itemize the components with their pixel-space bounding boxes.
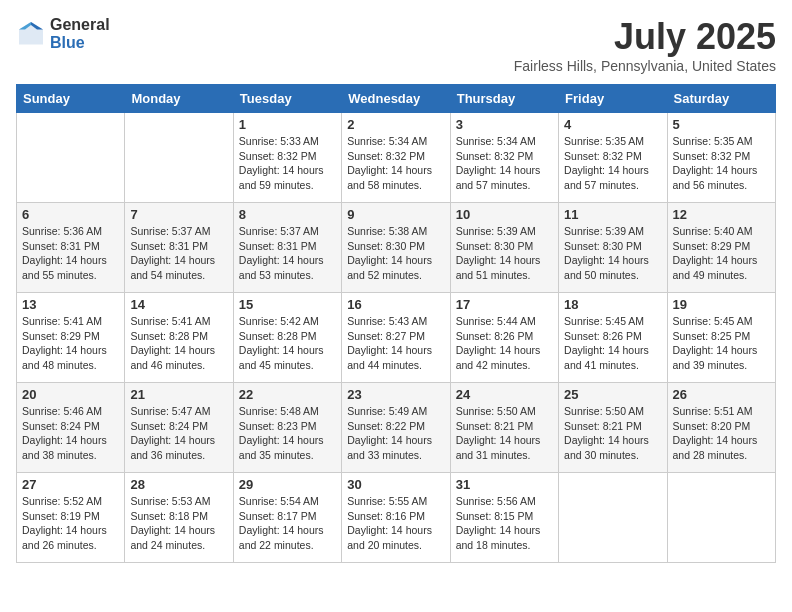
calendar-cell: 12Sunrise: 5:40 AMSunset: 8:29 PMDayligh… xyxy=(667,203,775,293)
day-info: Sunrise: 5:37 AMSunset: 8:31 PMDaylight:… xyxy=(130,224,227,283)
calendar-cell: 4Sunrise: 5:35 AMSunset: 8:32 PMDaylight… xyxy=(559,113,667,203)
day-info: Sunrise: 5:35 AMSunset: 8:32 PMDaylight:… xyxy=(564,134,661,193)
day-number: 5 xyxy=(673,117,770,132)
calendar-cell xyxy=(17,113,125,203)
calendar-cell: 28Sunrise: 5:53 AMSunset: 8:18 PMDayligh… xyxy=(125,473,233,563)
calendar-cell: 7Sunrise: 5:37 AMSunset: 8:31 PMDaylight… xyxy=(125,203,233,293)
calendar-cell: 21Sunrise: 5:47 AMSunset: 8:24 PMDayligh… xyxy=(125,383,233,473)
calendar-cell: 1Sunrise: 5:33 AMSunset: 8:32 PMDaylight… xyxy=(233,113,341,203)
calendar-cell: 20Sunrise: 5:46 AMSunset: 8:24 PMDayligh… xyxy=(17,383,125,473)
weekday-header: Saturday xyxy=(667,85,775,113)
day-number: 2 xyxy=(347,117,444,132)
day-info: Sunrise: 5:38 AMSunset: 8:30 PMDaylight:… xyxy=(347,224,444,283)
day-info: Sunrise: 5:50 AMSunset: 8:21 PMDaylight:… xyxy=(564,404,661,463)
calendar-cell: 17Sunrise: 5:44 AMSunset: 8:26 PMDayligh… xyxy=(450,293,558,383)
day-info: Sunrise: 5:49 AMSunset: 8:22 PMDaylight:… xyxy=(347,404,444,463)
calendar-cell: 10Sunrise: 5:39 AMSunset: 8:30 PMDayligh… xyxy=(450,203,558,293)
day-info: Sunrise: 5:47 AMSunset: 8:24 PMDaylight:… xyxy=(130,404,227,463)
day-number: 26 xyxy=(673,387,770,402)
calendar-cell: 14Sunrise: 5:41 AMSunset: 8:28 PMDayligh… xyxy=(125,293,233,383)
calendar-cell: 19Sunrise: 5:45 AMSunset: 8:25 PMDayligh… xyxy=(667,293,775,383)
day-info: Sunrise: 5:36 AMSunset: 8:31 PMDaylight:… xyxy=(22,224,119,283)
calendar-cell xyxy=(125,113,233,203)
logo-icon xyxy=(16,19,46,49)
day-number: 24 xyxy=(456,387,553,402)
calendar-cell: 9Sunrise: 5:38 AMSunset: 8:30 PMDaylight… xyxy=(342,203,450,293)
logo-general: General xyxy=(50,16,110,34)
day-number: 10 xyxy=(456,207,553,222)
day-number: 3 xyxy=(456,117,553,132)
calendar-cell: 23Sunrise: 5:49 AMSunset: 8:22 PMDayligh… xyxy=(342,383,450,473)
day-number: 31 xyxy=(456,477,553,492)
day-info: Sunrise: 5:39 AMSunset: 8:30 PMDaylight:… xyxy=(564,224,661,283)
day-number: 30 xyxy=(347,477,444,492)
logo-blue: Blue xyxy=(50,34,110,52)
day-info: Sunrise: 5:43 AMSunset: 8:27 PMDaylight:… xyxy=(347,314,444,373)
svg-marker-0 xyxy=(19,22,43,45)
day-number: 9 xyxy=(347,207,444,222)
calendar-cell: 18Sunrise: 5:45 AMSunset: 8:26 PMDayligh… xyxy=(559,293,667,383)
day-info: Sunrise: 5:35 AMSunset: 8:32 PMDaylight:… xyxy=(673,134,770,193)
day-info: Sunrise: 5:44 AMSunset: 8:26 PMDaylight:… xyxy=(456,314,553,373)
day-info: Sunrise: 5:41 AMSunset: 8:28 PMDaylight:… xyxy=(130,314,227,373)
title-block: July 2025 Fairless Hills, Pennsylvania, … xyxy=(514,16,776,74)
day-number: 25 xyxy=(564,387,661,402)
day-number: 13 xyxy=(22,297,119,312)
day-number: 15 xyxy=(239,297,336,312)
calendar-cell: 8Sunrise: 5:37 AMSunset: 8:31 PMDaylight… xyxy=(233,203,341,293)
calendar-cell: 29Sunrise: 5:54 AMSunset: 8:17 PMDayligh… xyxy=(233,473,341,563)
calendar-cell: 26Sunrise: 5:51 AMSunset: 8:20 PMDayligh… xyxy=(667,383,775,473)
day-info: Sunrise: 5:56 AMSunset: 8:15 PMDaylight:… xyxy=(456,494,553,553)
day-info: Sunrise: 5:33 AMSunset: 8:32 PMDaylight:… xyxy=(239,134,336,193)
weekday-header: Wednesday xyxy=(342,85,450,113)
calendar-cell: 31Sunrise: 5:56 AMSunset: 8:15 PMDayligh… xyxy=(450,473,558,563)
logo-text: General Blue xyxy=(50,16,110,51)
month-title: July 2025 xyxy=(514,16,776,58)
day-info: Sunrise: 5:34 AMSunset: 8:32 PMDaylight:… xyxy=(456,134,553,193)
day-info: Sunrise: 5:51 AMSunset: 8:20 PMDaylight:… xyxy=(673,404,770,463)
day-number: 20 xyxy=(22,387,119,402)
day-info: Sunrise: 5:48 AMSunset: 8:23 PMDaylight:… xyxy=(239,404,336,463)
weekday-header: Thursday xyxy=(450,85,558,113)
day-number: 6 xyxy=(22,207,119,222)
day-number: 7 xyxy=(130,207,227,222)
day-number: 19 xyxy=(673,297,770,312)
calendar-cell: 5Sunrise: 5:35 AMSunset: 8:32 PMDaylight… xyxy=(667,113,775,203)
day-number: 28 xyxy=(130,477,227,492)
day-info: Sunrise: 5:55 AMSunset: 8:16 PMDaylight:… xyxy=(347,494,444,553)
day-info: Sunrise: 5:45 AMSunset: 8:26 PMDaylight:… xyxy=(564,314,661,373)
calendar-cell: 15Sunrise: 5:42 AMSunset: 8:28 PMDayligh… xyxy=(233,293,341,383)
calendar-cell: 24Sunrise: 5:50 AMSunset: 8:21 PMDayligh… xyxy=(450,383,558,473)
calendar-cell: 13Sunrise: 5:41 AMSunset: 8:29 PMDayligh… xyxy=(17,293,125,383)
day-info: Sunrise: 5:42 AMSunset: 8:28 PMDaylight:… xyxy=(239,314,336,373)
calendar-cell: 25Sunrise: 5:50 AMSunset: 8:21 PMDayligh… xyxy=(559,383,667,473)
day-number: 8 xyxy=(239,207,336,222)
day-info: Sunrise: 5:45 AMSunset: 8:25 PMDaylight:… xyxy=(673,314,770,373)
day-info: Sunrise: 5:41 AMSunset: 8:29 PMDaylight:… xyxy=(22,314,119,373)
weekday-header: Friday xyxy=(559,85,667,113)
calendar-cell xyxy=(667,473,775,563)
calendar-cell: 2Sunrise: 5:34 AMSunset: 8:32 PMDaylight… xyxy=(342,113,450,203)
weekday-header: Sunday xyxy=(17,85,125,113)
day-info: Sunrise: 5:37 AMSunset: 8:31 PMDaylight:… xyxy=(239,224,336,283)
day-number: 29 xyxy=(239,477,336,492)
day-info: Sunrise: 5:34 AMSunset: 8:32 PMDaylight:… xyxy=(347,134,444,193)
day-info: Sunrise: 5:50 AMSunset: 8:21 PMDaylight:… xyxy=(456,404,553,463)
day-number: 12 xyxy=(673,207,770,222)
day-info: Sunrise: 5:54 AMSunset: 8:17 PMDaylight:… xyxy=(239,494,336,553)
day-number: 18 xyxy=(564,297,661,312)
calendar-cell: 6Sunrise: 5:36 AMSunset: 8:31 PMDaylight… xyxy=(17,203,125,293)
day-info: Sunrise: 5:39 AMSunset: 8:30 PMDaylight:… xyxy=(456,224,553,283)
day-number: 4 xyxy=(564,117,661,132)
page-header: General Blue July 2025 Fairless Hills, P… xyxy=(16,16,776,74)
calendar-cell: 22Sunrise: 5:48 AMSunset: 8:23 PMDayligh… xyxy=(233,383,341,473)
day-info: Sunrise: 5:52 AMSunset: 8:19 PMDaylight:… xyxy=(22,494,119,553)
day-number: 27 xyxy=(22,477,119,492)
calendar-table: SundayMondayTuesdayWednesdayThursdayFrid… xyxy=(16,84,776,563)
day-number: 17 xyxy=(456,297,553,312)
day-info: Sunrise: 5:40 AMSunset: 8:29 PMDaylight:… xyxy=(673,224,770,283)
calendar-cell: 16Sunrise: 5:43 AMSunset: 8:27 PMDayligh… xyxy=(342,293,450,383)
calendar-cell: 3Sunrise: 5:34 AMSunset: 8:32 PMDaylight… xyxy=(450,113,558,203)
weekday-header: Tuesday xyxy=(233,85,341,113)
calendar-cell xyxy=(559,473,667,563)
